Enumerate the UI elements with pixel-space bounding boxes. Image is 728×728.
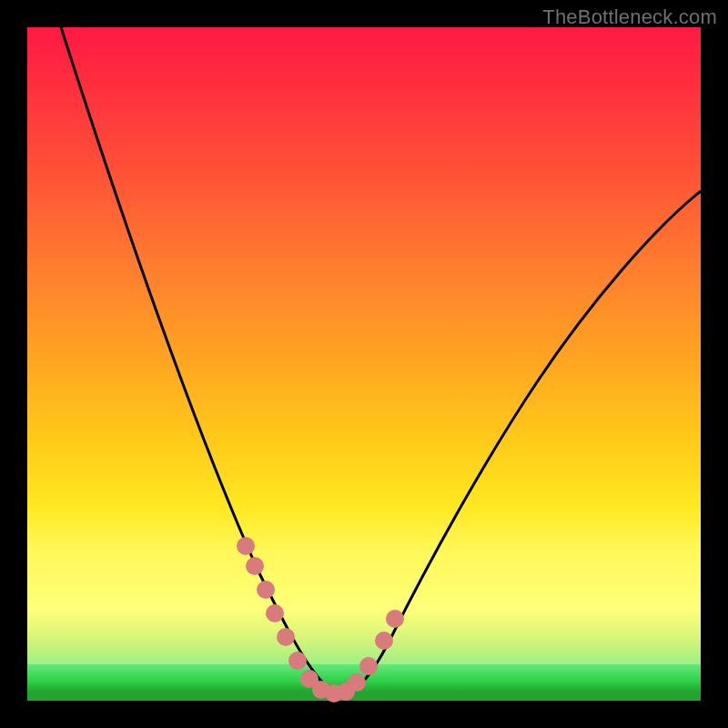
svg-point-4 (277, 628, 295, 646)
svg-point-10 (348, 673, 366, 692)
bottleneck-curve (61, 27, 701, 693)
chart-stage: TheBottleneck.com (0, 0, 728, 728)
svg-point-13 (386, 610, 404, 628)
svg-point-12 (375, 632, 393, 650)
svg-point-1 (246, 557, 264, 575)
svg-point-5 (288, 652, 307, 670)
svg-point-11 (359, 657, 378, 675)
svg-point-2 (257, 581, 275, 599)
curve-layer (27, 27, 701, 701)
watermark-text: TheBottleneck.com (542, 5, 717, 29)
svg-point-3 (266, 604, 284, 622)
curve-markers (237, 537, 404, 703)
svg-point-0 (237, 537, 255, 555)
